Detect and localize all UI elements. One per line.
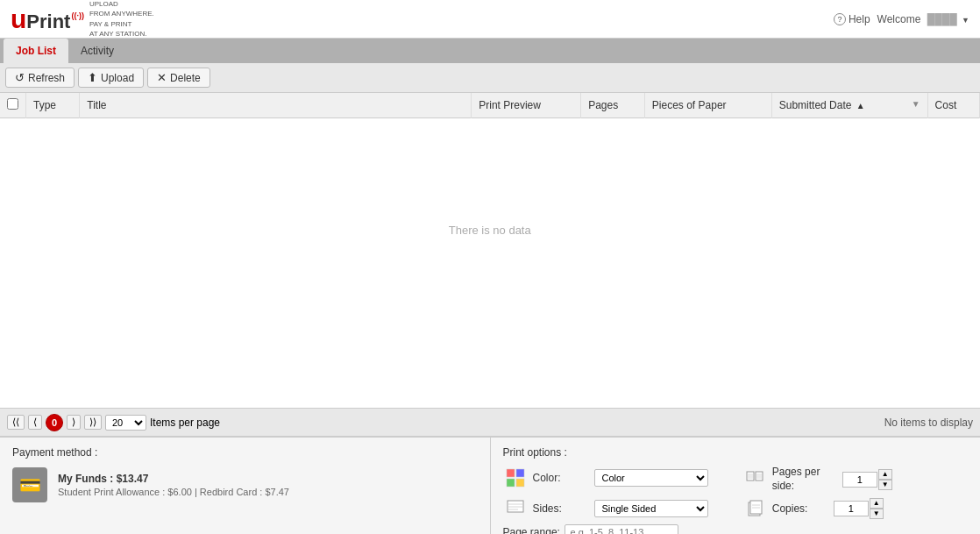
no-items-display: No items to display (884, 417, 973, 429)
pages-per-side-icon (742, 467, 767, 492)
no-data-row: There is no data (0, 118, 980, 343)
page-range-row: Page range: (503, 524, 969, 534)
table-header-row: Type Title Print Preview Pages Pieces of… (0, 93, 980, 118)
logo: uPrint((·)) (11, 6, 84, 32)
copies-spinner-buttons: ▲ ▼ (870, 498, 884, 519)
copies-spinner: ▲ ▼ (834, 498, 884, 519)
col-title-header: Title (80, 93, 472, 118)
copies-label: Copies: (772, 502, 834, 515)
page-range-control (565, 524, 969, 534)
next-page-button[interactable]: ⟩ (67, 415, 81, 430)
refresh-icon: ↺ (15, 71, 25, 84)
svg-rect-1 (516, 469, 524, 477)
page-range-label: Page range: (503, 526, 565, 534)
upload-icon: ⬆ (88, 71, 97, 84)
data-table: Type Title Print Preview Pages Pieces of… (0, 93, 980, 342)
sort-asc-icon: ▲ (856, 101, 865, 110)
header: uPrint((·)) UPLOAD FROM ANYWHERE. PAY & … (0, 0, 980, 39)
pages-per-side-label: Pages per side: (772, 466, 842, 493)
items-per-page-label: Items per page (150, 417, 220, 429)
items-per-page-select[interactable]: 20 50 100 (105, 415, 146, 431)
logo-area: uPrint((·)) UPLOAD FROM ANYWHERE. PAY & … (11, 0, 154, 39)
svg-rect-0 (507, 469, 515, 477)
antenna-icon: ((·)) (71, 11, 84, 20)
no-data-message: There is no data (449, 224, 531, 237)
funds-name: My Funds : $13.47 (58, 473, 289, 485)
color-select[interactable]: Color Black & White (594, 469, 708, 487)
welcome-text: Welcome ████ ▼ (877, 13, 969, 25)
pages-per-side-spinner: ▲ ▼ (842, 469, 892, 490)
payment-label: Payment method : (12, 446, 478, 459)
tab-job-list[interactable]: Job List (4, 39, 68, 63)
upload-button[interactable]: ⬆ Upload (78, 68, 144, 88)
prev-page-button[interactable]: ⟨ (28, 415, 42, 430)
pagination-bar: ⟨⟨ ⟨ 0 ⟩ ⟩⟩ 20 50 100 Items per page No … (0, 409, 980, 437)
copies-control: ▲ ▼ (834, 498, 968, 519)
delete-button[interactable]: ✕ Delete (147, 68, 210, 88)
pages-per-side-spinner-buttons: ▲ ▼ (878, 469, 892, 490)
svg-rect-2 (507, 479, 515, 487)
tab-activity[interactable]: Activity (68, 39, 126, 63)
toolbar: ↺ Refresh ⬆ Upload ✕ Delete (0, 63, 980, 93)
col-print-preview-header: Print Preview (472, 93, 581, 118)
print-options-label: Print options : (503, 446, 969, 459)
print-options-section: Print options : Color: Color Black & W (491, 438, 981, 534)
page-range-input[interactable] (565, 524, 678, 534)
funds-icon: 💳 (12, 467, 47, 502)
copies-icon (742, 496, 767, 521)
col-pages-header: Pages (581, 93, 645, 118)
pages-per-side-up-button[interactable]: ▲ (878, 469, 892, 480)
logo-print: Print (26, 11, 70, 32)
copies-down-button[interactable]: ▼ (870, 509, 884, 519)
color-control: Color Black & White (594, 469, 728, 487)
delete-icon: ✕ (157, 71, 167, 84)
col-type-header: Type (26, 93, 80, 118)
user-dropdown-icon[interactable]: ▼ (962, 16, 969, 25)
help-icon: ? (834, 13, 846, 25)
color-label: Color: (533, 472, 594, 484)
header-right: ? Help Welcome ████ ▼ (834, 13, 969, 25)
current-page-indicator: 0 (46, 414, 63, 431)
help-link[interactable]: ? Help (834, 13, 870, 25)
payment-section: Payment method : 💳 My Funds : $13.47 Stu… (0, 438, 491, 534)
copies-up-button[interactable]: ▲ (870, 498, 884, 509)
last-page-button[interactable]: ⟩⟩ (84, 415, 102, 430)
col-pieces-of-paper-header: Pieces of Paper (644, 93, 771, 118)
sides-control: Single Sided Double Sided (594, 500, 728, 517)
bottom-section: Payment method : 💳 My Funds : $13.47 Stu… (0, 437, 980, 534)
col-checkbox (0, 93, 26, 118)
sides-select[interactable]: Single Sided Double Sided (594, 500, 708, 517)
col-cost-header: Cost (927, 93, 979, 118)
funds-detail: Student Print Allowance : $6.00 | Redbir… (58, 487, 289, 497)
refresh-button[interactable]: ↺ Refresh (5, 68, 75, 88)
svg-rect-12 (508, 501, 523, 512)
sides-label: Sides: (533, 502, 594, 515)
logo-u: u (11, 4, 26, 33)
filter-icon[interactable]: ▼ (912, 99, 920, 109)
funds-area: 💳 My Funds : $13.47 Student Print Allowa… (12, 467, 478, 502)
svg-rect-3 (516, 479, 524, 487)
col-submitted-date-header[interactable]: Submitted Date ▲ ▼ (771, 93, 927, 118)
nav-tabs: Job List Activity (0, 39, 980, 63)
svg-rect-17 (750, 501, 762, 514)
pages-per-side-control: ▲ ▼ (842, 469, 968, 490)
pages-per-side-input[interactable] (842, 472, 877, 488)
logo-tagline: UPLOAD FROM ANYWHERE. PAY & PRINT AT ANY… (89, 0, 154, 39)
pagination-left: ⟨⟨ ⟨ 0 ⟩ ⟩⟩ 20 50 100 Items per page (7, 414, 220, 431)
color-icon (503, 466, 528, 490)
select-all-checkbox[interactable] (7, 98, 18, 110)
copies-input[interactable] (834, 501, 869, 516)
pages-per-side-down-button[interactable]: ▼ (878, 480, 892, 490)
sides-icon (503, 496, 528, 521)
first-page-button[interactable]: ⟨⟨ (7, 415, 25, 430)
funds-info: My Funds : $13.47 Student Print Allowanc… (58, 473, 289, 497)
table-container: Type Title Print Preview Pages Pieces of… (0, 93, 980, 409)
